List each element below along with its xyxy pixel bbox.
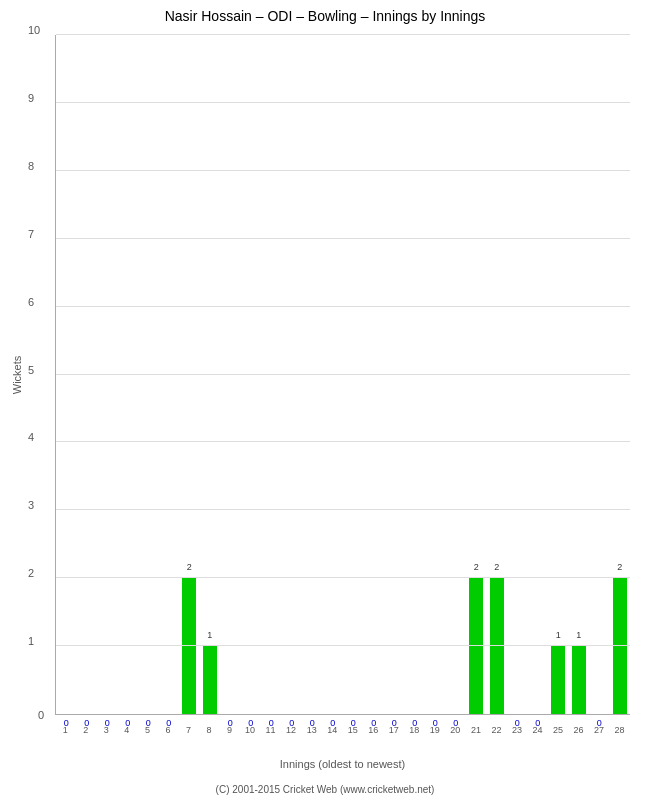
y-tick-label: 8 (28, 160, 34, 172)
bar-group: 0 (220, 35, 241, 714)
grid-line (56, 509, 630, 510)
x-tick-label: 16 (363, 725, 384, 735)
y-axis-title: Wickets (10, 35, 24, 715)
x-tick-label: 2 (76, 725, 97, 735)
bar-group: 0 (282, 35, 303, 714)
x-tick-label: 21 (466, 725, 487, 735)
bar-group: 0 (343, 35, 364, 714)
bar-group: 0 (528, 35, 549, 714)
y-tick-label: 4 (28, 431, 34, 443)
x-tick-label: 1 (55, 725, 76, 735)
bar-group: 0 (97, 35, 118, 714)
x-tick-label: 9 (219, 725, 240, 735)
copyright: (C) 2001-2015 Cricket Web (www.cricketwe… (0, 784, 650, 795)
grid-line (56, 34, 630, 35)
x-tick-label: 12 (281, 725, 302, 735)
x-tick-label: 6 (158, 725, 179, 735)
bar-group: 2 (487, 35, 508, 714)
grid-line (56, 238, 630, 239)
bar-group: 0 (323, 35, 344, 714)
x-tick-label: 5 (137, 725, 158, 735)
grid-line (56, 441, 630, 442)
y-tick-label: 9 (28, 92, 34, 104)
bar-value-label: 1 (207, 630, 212, 640)
x-tick-label: 17 (384, 725, 405, 735)
bar-group: 0 (302, 35, 323, 714)
bar-value-label: 1 (576, 630, 581, 640)
chart-title: Nasir Hossain – ODI – Bowling – Innings … (0, 0, 650, 28)
bar-group: 1 (200, 35, 221, 714)
bar-group: 0 (507, 35, 528, 714)
bar: 1 (203, 646, 217, 714)
bar-value-label: 2 (617, 562, 622, 572)
y-tick-label: 3 (28, 499, 34, 511)
bar-group: 0 (56, 35, 77, 714)
bar-group: 0 (384, 35, 405, 714)
x-tick-label: 28 (609, 725, 630, 735)
y-tick-label: 0 (38, 709, 44, 721)
bar: 1 (551, 646, 565, 714)
bar-group: 2 (610, 35, 631, 714)
grid-line (56, 306, 630, 307)
y-tick-label: 7 (28, 228, 34, 240)
bar-group: 0 (138, 35, 159, 714)
bar-group: 1 (569, 35, 590, 714)
bar-value-label: 2 (474, 562, 479, 572)
x-tick-label: 18 (404, 725, 425, 735)
x-tick-label: 15 (342, 725, 363, 735)
x-axis-labels: 1234567891011121314151617181920212223242… (55, 725, 630, 745)
bar-group: 0 (159, 35, 180, 714)
x-tick-label: 14 (322, 725, 343, 735)
bar-group: 2 (179, 35, 200, 714)
bar-group: 0 (425, 35, 446, 714)
y-tick-label: 10 (28, 24, 40, 36)
grid-line (56, 577, 630, 578)
x-tick-label: 4 (117, 725, 138, 735)
chart-container: Nasir Hossain – ODI – Bowling – Innings … (0, 0, 650, 800)
bar-group: 0 (405, 35, 426, 714)
y-tick-label: 2 (28, 567, 34, 579)
bar-value-label: 2 (187, 562, 192, 572)
bar-group: 0 (77, 35, 98, 714)
x-tick-label: 7 (178, 725, 199, 735)
y-tick-label: 5 (28, 364, 34, 376)
x-tick-label: 27 (589, 725, 610, 735)
bar-group: 2 (466, 35, 487, 714)
x-tick-label: 20 (445, 725, 466, 735)
grid-line (56, 170, 630, 171)
grid-line (56, 374, 630, 375)
x-tick-label: 10 (240, 725, 261, 735)
bar-value-label: 1 (556, 630, 561, 640)
x-tick-label: 8 (199, 725, 220, 735)
bar-group: 0 (241, 35, 262, 714)
y-tick-label: 6 (28, 296, 34, 308)
bar-group: 0 (118, 35, 139, 714)
x-tick-label: 26 (568, 725, 589, 735)
bar-group: 0 (589, 35, 610, 714)
x-tick-label: 11 (260, 725, 281, 735)
bar: 1 (572, 646, 586, 714)
bar-group: 0 (446, 35, 467, 714)
bar-value-label: 2 (494, 562, 499, 572)
y-tick-label: 1 (28, 635, 34, 647)
bar-group: 0 (261, 35, 282, 714)
grid-line (56, 645, 630, 646)
x-tick-label: 13 (301, 725, 322, 735)
x-tick-label: 25 (548, 725, 569, 735)
x-tick-label: 22 (486, 725, 507, 735)
bar-group: 1 (548, 35, 569, 714)
chart-area: 0000002100000000000022001102 12345678910… (55, 35, 630, 715)
bars-area: 0000002100000000000022001102 (56, 35, 630, 714)
bar-group: 0 (364, 35, 385, 714)
grid-line (56, 102, 630, 103)
x-axis-title: Innings (oldest to newest) (55, 758, 630, 770)
x-tick-label: 3 (96, 725, 117, 735)
x-tick-label: 23 (507, 725, 528, 735)
x-tick-label: 24 (527, 725, 548, 735)
x-tick-label: 19 (425, 725, 446, 735)
